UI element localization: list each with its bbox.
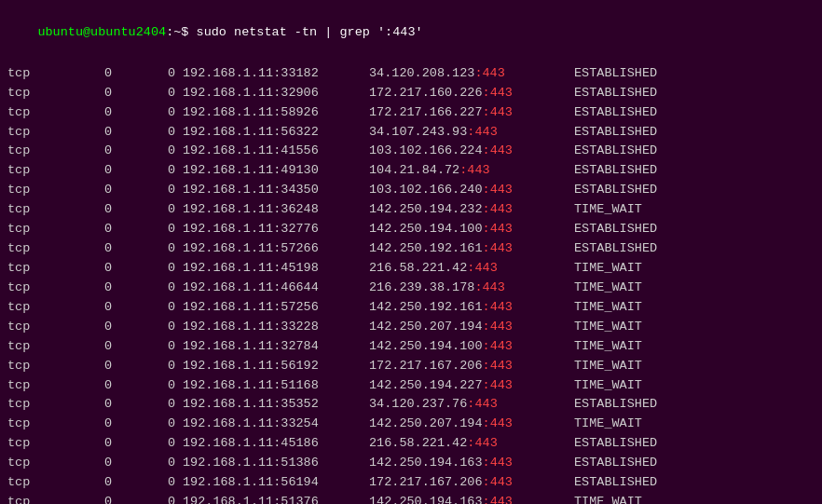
- col-state: TIME_WAIT: [574, 493, 642, 504]
- table-row: tcp00192.168.1.11:35352 34.120.237.76:44…: [7, 395, 815, 415]
- col-state: TIME_WAIT: [574, 259, 642, 279]
- col-recv-q: 0: [56, 279, 119, 298]
- col-foreign-addr: 103.102.166.240:443: [369, 181, 574, 200]
- port-443: :443: [483, 222, 513, 236]
- col-local-addr: 192.168.1.11:45186: [183, 434, 369, 454]
- col-local-addr: 192.168.1.11:49130: [183, 161, 369, 181]
- col-proto: tcp: [7, 200, 56, 220]
- table-row: tcp00192.168.1.11:32906 172.217.160.226:…: [7, 84, 815, 103]
- col-send-q: 0: [119, 473, 183, 493]
- col-state: TIME_WAIT: [574, 376, 642, 396]
- col-foreign-addr: 172.217.166.227:443: [369, 103, 574, 123]
- col-state: TIME_WAIT: [574, 279, 642, 298]
- col-local-addr: 192.168.1.11:56192: [183, 357, 369, 376]
- table-row: tcp00192.168.1.11:36248 142.250.194.232:…: [7, 200, 815, 220]
- col-state: ESTABLISHED: [574, 123, 657, 143]
- port-443: :443: [483, 86, 513, 100]
- col-recv-q: 0: [56, 142, 119, 161]
- port-443: :443: [483, 378, 513, 392]
- port-443: :443: [467, 125, 497, 139]
- port-443: :443: [459, 163, 489, 177]
- table-row: tcp00192.168.1.11:56322 34.107.243.93:44…: [7, 123, 815, 143]
- col-proto: tcp: [7, 161, 56, 181]
- col-recv-q: 0: [56, 473, 119, 493]
- col-send-q: 0: [119, 357, 183, 376]
- col-foreign-addr: 142.250.194.163:443: [369, 493, 574, 504]
- port-443: :443: [474, 280, 504, 294]
- col-foreign-addr: 142.250.192.161:443: [369, 298, 574, 318]
- col-state: TIME_WAIT: [574, 200, 642, 220]
- col-foreign-addr: 142.250.192.161:443: [369, 239, 574, 259]
- col-send-q: 0: [119, 298, 183, 318]
- col-local-addr: 192.168.1.11:46644: [183, 279, 369, 298]
- col-proto: tcp: [7, 337, 56, 357]
- col-send-q: 0: [119, 454, 183, 473]
- col-proto: tcp: [7, 259, 56, 279]
- col-foreign-addr: 142.250.194.100:443: [369, 337, 574, 357]
- col-send-q: 0: [119, 64, 183, 84]
- col-recv-q: 0: [56, 200, 119, 220]
- col-foreign-addr: 142.250.194.100:443: [369, 220, 574, 239]
- col-local-addr: 192.168.1.11:36248: [183, 200, 369, 220]
- port-443: :443: [467, 261, 497, 275]
- col-state: ESTABLISHED: [574, 473, 657, 493]
- table-row: tcp00192.168.1.11:33228 142.250.207.194:…: [7, 318, 815, 337]
- col-send-q: 0: [119, 415, 183, 434]
- col-local-addr: 192.168.1.11:56194: [183, 473, 369, 493]
- col-send-q: 0: [119, 239, 183, 259]
- col-foreign-addr: 172.217.167.206:443: [369, 473, 574, 493]
- col-send-q: 0: [119, 434, 183, 454]
- port-443: :443: [483, 416, 513, 430]
- col-state: TIME_WAIT: [574, 298, 642, 318]
- col-local-addr: 192.168.1.11:34350: [183, 181, 369, 200]
- col-recv-q: 0: [56, 181, 119, 200]
- table-row: tcp00192.168.1.11:45186 216.58.221.42:44…: [7, 434, 815, 454]
- table-row: tcp00192.168.1.11:57256 142.250.192.161:…: [7, 298, 815, 318]
- col-send-q: 0: [119, 181, 183, 200]
- port-443: :443: [483, 105, 513, 119]
- col-recv-q: 0: [56, 123, 119, 143]
- table-row: tcp00192.168.1.11:51386 142.250.194.163:…: [7, 454, 815, 473]
- col-proto: tcp: [7, 357, 56, 376]
- col-state: ESTABLISHED: [574, 84, 657, 103]
- col-state: ESTABLISHED: [574, 161, 657, 181]
- table-row: tcp00192.168.1.11:33254 142.250.207.194:…: [7, 415, 815, 434]
- table-row: tcp00192.168.1.11:57266 142.250.192.161:…: [7, 239, 815, 259]
- col-recv-q: 0: [56, 259, 119, 279]
- col-recv-q: 0: [56, 357, 119, 376]
- col-foreign-addr: 142.250.194.163:443: [369, 454, 574, 473]
- col-local-addr: 192.168.1.11:33228: [183, 318, 369, 337]
- col-recv-q: 0: [56, 434, 119, 454]
- table-row: tcp00192.168.1.11:32776 142.250.194.100:…: [7, 220, 815, 239]
- col-foreign-addr: 103.102.166.224:443: [369, 142, 574, 161]
- col-foreign-addr: 142.250.207.194:443: [369, 415, 574, 434]
- col-proto: tcp: [7, 454, 56, 473]
- col-state: ESTABLISHED: [574, 142, 657, 161]
- col-foreign-addr: 34.120.237.76:443: [369, 395, 574, 415]
- table-row: tcp00192.168.1.11:32784 142.250.194.100:…: [7, 337, 815, 357]
- table-row: tcp00192.168.1.11:56192 172.217.167.206:…: [7, 357, 815, 376]
- col-state: TIME_WAIT: [574, 415, 642, 434]
- col-proto: tcp: [7, 434, 56, 454]
- col-local-addr: 192.168.1.11:32784: [183, 337, 369, 357]
- col-proto: tcp: [7, 318, 56, 337]
- port-443: :443: [483, 183, 513, 197]
- col-proto: tcp: [7, 181, 56, 200]
- col-recv-q: 0: [56, 415, 119, 434]
- col-recv-q: 0: [56, 454, 119, 473]
- col-proto: tcp: [7, 220, 56, 239]
- col-foreign-addr: 104.21.84.72:443: [369, 161, 574, 181]
- col-local-addr: 192.168.1.11:58926: [183, 103, 369, 123]
- col-recv-q: 0: [56, 395, 119, 415]
- col-foreign-addr: 142.250.194.227:443: [369, 376, 574, 396]
- port-443: :443: [483, 359, 513, 373]
- port-443: :443: [483, 241, 513, 255]
- col-send-q: 0: [119, 493, 183, 504]
- col-local-addr: 192.168.1.11:33254: [183, 415, 369, 434]
- port-443: :443: [467, 436, 497, 450]
- col-state: ESTABLISHED: [574, 395, 657, 415]
- col-foreign-addr: 216.58.221.42:443: [369, 259, 574, 279]
- col-local-addr: 192.168.1.11:56322: [183, 123, 369, 143]
- col-proto: tcp: [7, 103, 56, 123]
- netstat-output: tcp00192.168.1.11:33182 34.120.208.123:4…: [7, 64, 815, 504]
